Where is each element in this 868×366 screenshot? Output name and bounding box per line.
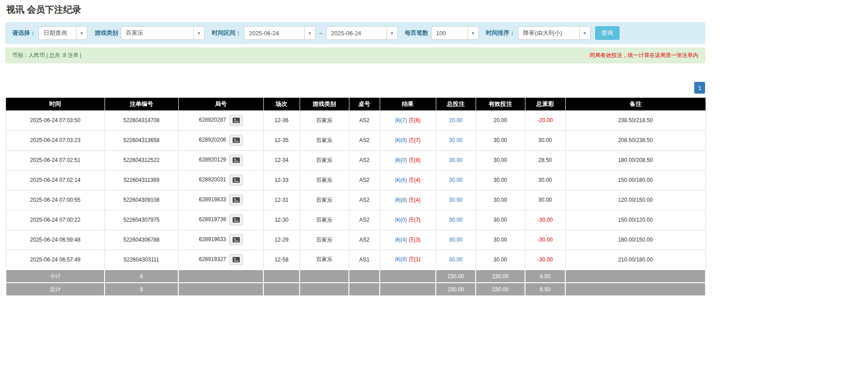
result-player: 闲(8)	[395, 197, 407, 203]
game-type-label: 游戏类别	[95, 29, 118, 37]
result-player: 闲(0)	[395, 157, 407, 163]
bet-id-cell: 522604306788	[105, 230, 178, 250]
bet-id-cell: 522604314708	[105, 110, 178, 130]
table-row: 2025-06-24 07:03:23522604313658628920206…	[6, 130, 706, 150]
result-player: 闲(6)	[395, 177, 407, 183]
valid-bet-cell: 30.00	[476, 210, 525, 230]
result-image-icon[interactable]	[229, 175, 243, 185]
table-row: 2025-06-24 07:03:50522604314708628920287…	[6, 110, 706, 130]
table-row: 2025-06-24 06:59:48522604306788628919633…	[6, 230, 706, 250]
result-player: 闲(8)	[395, 256, 407, 262]
result-player: 闲(9)	[395, 137, 407, 143]
query-type-select[interactable]: 日期查询 ▾	[38, 26, 87, 40]
table-row: 2025-06-24 07:02:14522604311389628920031…	[6, 170, 706, 190]
sort-order-select[interactable]: 降幂(由大到小) ▾	[518, 26, 591, 40]
column-header: 结果	[380, 98, 436, 110]
footer-cell	[349, 270, 380, 283]
total-bet-link[interactable]: 30.00	[449, 177, 463, 183]
chevron-down-icon[interactable]: ▾	[193, 27, 204, 39]
page-title: 视讯 会员下注纪录	[6, 4, 705, 16]
footer-cell: 8	[105, 283, 178, 296]
time-cell: 2025-06-24 07:00:55	[6, 190, 105, 210]
search-button[interactable]: 查询	[595, 26, 620, 40]
result-image-icon[interactable]	[229, 135, 243, 146]
total-bet-link[interactable]: 20.00	[449, 117, 463, 124]
bet-id-cell: 522604311389	[105, 170, 178, 190]
date-to-select[interactable]: 2025-06-24 ▾	[326, 26, 398, 40]
payout-cell: -30.00	[525, 210, 565, 230]
column-header: 时间	[6, 98, 105, 110]
result-image-icon[interactable]	[229, 115, 243, 126]
note-cell: 208.50/238.50	[565, 130, 706, 150]
column-header: 总投注	[436, 98, 476, 110]
bet-id-cell: 522604307975	[105, 210, 178, 230]
page-button-1[interactable]: 1	[694, 82, 705, 94]
session-cell: 12-36	[263, 110, 300, 130]
result-cell: 闲(4) 庄(3)	[380, 230, 436, 250]
result-cell: 闲(7) 庄(6)	[380, 110, 436, 130]
total-bet-link[interactable]: 30.00	[449, 257, 463, 263]
total-bet-link[interactable]: 30.00	[449, 197, 463, 203]
result-image-icon[interactable]	[229, 254, 243, 265]
game-type-select[interactable]: 百家乐 ▾	[121, 26, 205, 40]
result-banker: 庄(8)	[409, 157, 421, 163]
total-bet-link[interactable]: 30.00	[449, 137, 463, 143]
chevron-down-icon[interactable]: ▾	[304, 27, 315, 39]
round-id: 628919327	[199, 256, 226, 262]
footer-cell: 230.00	[436, 283, 476, 296]
table-footer-row: 小计8230.00230.008.50	[6, 270, 706, 283]
note-cell: 238.50/218.50	[565, 110, 706, 130]
round-id: 628919833	[199, 196, 226, 203]
footer-cell: 8.50	[525, 270, 565, 283]
session-cell: 12-29	[263, 230, 300, 250]
chevron-down-icon[interactable]: ▾	[386, 27, 397, 39]
result-cell: 闲(8) 庄(4)	[380, 190, 436, 210]
result-image-icon[interactable]	[229, 195, 243, 205]
result-player: 闲(4)	[395, 237, 407, 243]
result-image-icon[interactable]	[229, 234, 243, 245]
range-separator: ~	[319, 30, 323, 37]
result-cell: 闲(8) 庄(1)	[380, 250, 436, 270]
result-cell: 闲(0) 庄(7)	[380, 210, 436, 230]
column-header: 场次	[263, 98, 300, 110]
valid-bet-cell: 30.00	[476, 150, 525, 170]
table-no-cell: AS2	[349, 130, 380, 150]
round-id: 628920031	[199, 176, 226, 183]
total-bet-cell: 30.00	[436, 190, 476, 210]
time-cell: 2025-06-24 07:02:51	[6, 150, 105, 170]
result-banker: 庄(7)	[409, 137, 421, 143]
date-from-select[interactable]: 2025-06-24 ▾	[244, 26, 315, 40]
filter-bar: 请选择： 日期查询 ▾ 游戏类别 百家乐 ▾ 时间区间： 2025-06-24 …	[5, 22, 705, 44]
bet-id-cell: 522604303111	[105, 250, 178, 270]
footer-cell	[565, 270, 706, 283]
total-bet-link[interactable]: 30.00	[449, 157, 463, 163]
query-type-value: 日期查询	[39, 27, 76, 39]
game-type-cell: 百家乐	[300, 250, 349, 270]
game-type-cell: 百家乐	[300, 230, 349, 250]
time-cell: 2025-06-24 07:00:22	[6, 210, 105, 230]
game-type-cell: 百家乐	[300, 110, 349, 130]
result-image-icon[interactable]	[229, 155, 243, 166]
result-image-icon[interactable]	[229, 214, 243, 225]
bet-records-table: 时间注单编号局号场次游戏类别桌号结果总投注有效投注总派彩备注 2025-06-2…	[5, 98, 706, 296]
table-footer-row: 总计8230.00230.008.50	[6, 283, 706, 296]
note-cell: 180.00/150.00	[565, 230, 706, 250]
sort-order-value: 降幂(由大到小)	[519, 27, 579, 39]
table-no-cell: AS2	[349, 210, 380, 230]
total-bet-link[interactable]: 30.00	[449, 217, 463, 223]
per-page-select[interactable]: 100 ▾	[431, 26, 479, 40]
footer-cell	[178, 283, 263, 296]
chevron-down-icon[interactable]: ▾	[467, 27, 478, 39]
game-type-cell: 百家乐	[300, 150, 349, 170]
time-cell: 2025-06-24 07:02:14	[6, 170, 105, 190]
session-cell: 12-30	[263, 210, 300, 230]
round-cell: 628920287	[178, 110, 263, 130]
total-bet-link[interactable]: 30.00	[449, 237, 463, 243]
total-bet-cell: 20.00	[436, 110, 476, 130]
chevron-down-icon[interactable]: ▾	[76, 27, 87, 39]
footer-cell: 8	[105, 270, 178, 283]
footer-cell	[565, 283, 706, 296]
table-no-cell: AS2	[349, 170, 380, 190]
chevron-down-icon[interactable]: ▾	[579, 27, 590, 39]
pagination: 1	[5, 82, 705, 94]
